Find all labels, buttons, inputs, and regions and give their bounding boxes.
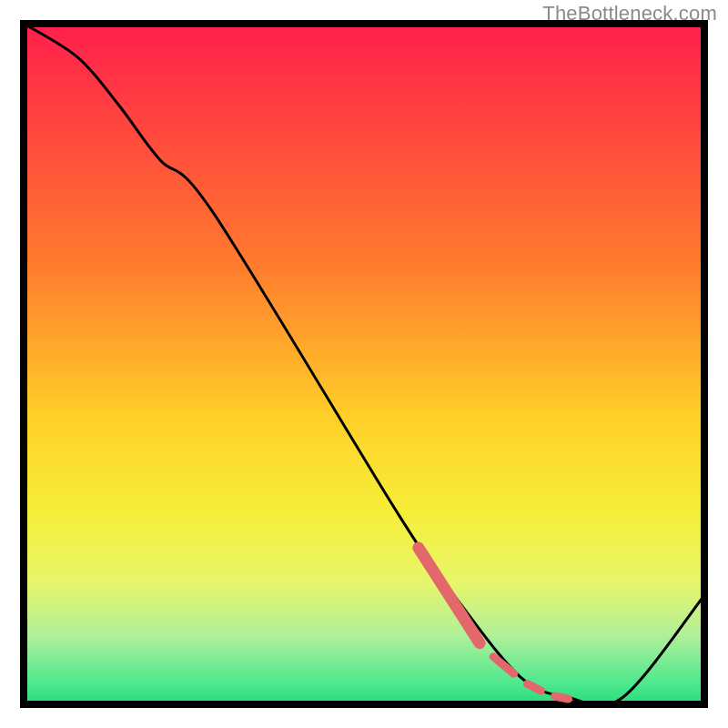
highlight-segment-3: [554, 696, 568, 699]
gradient-background: [24, 24, 704, 704]
bottleneck-chart: [0, 0, 728, 728]
watermark-text: TheBottleneck.com: [542, 2, 717, 25]
chart-container: TheBottleneck.com: [0, 0, 728, 728]
